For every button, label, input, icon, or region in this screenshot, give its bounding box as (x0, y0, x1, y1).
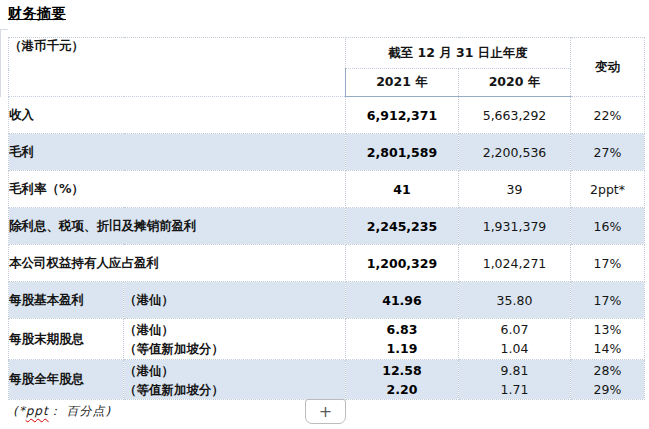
value-line: 1.04 (459, 339, 570, 358)
table-row-gross-margin: 毛利率（%） 41 39 2ppt* (9, 171, 645, 208)
value-2021: 2,801,589 (346, 134, 459, 171)
value-change: 2ppt* (571, 171, 645, 208)
row-label: 毛利率（%） (9, 171, 346, 208)
add-row-button[interactable]: + (305, 399, 346, 424)
value-2021: 6.83 1.19 (346, 319, 459, 360)
value-change: 17% (571, 282, 645, 319)
table-row-gross-profit: 毛利 2,801,589 2,200,536 27% (9, 134, 645, 171)
table-row-ebitda: 除利息、税项、折旧及摊销前盈利 2,245,235 1,931,379 16% (9, 208, 645, 245)
row-label: 除利息、税项、折旧及摊销前盈利 (9, 208, 346, 245)
document-page: 财务摘要 （港币千元） 截至 12 月 31 日止年度 变动 2021 年 20… (0, 0, 649, 429)
value-line: 2.20 (346, 380, 458, 399)
footnote-suffix: ： 百分点) (49, 404, 112, 418)
footnote-prefix: (* (13, 404, 26, 418)
table-row-revenue: 收入 6,912,371 5,663,292 22% (9, 97, 645, 134)
value-2021: 2,245,235 (346, 208, 459, 245)
footnote: (*ppt： 百分点) (13, 403, 111, 420)
value-2021: 6,912,371 (346, 97, 459, 134)
table-row-profit-attributable: 本公司权益持有人应占盈利 1,200,329 1,024,271 17% (9, 245, 645, 282)
value-line: 1.19 (346, 339, 458, 358)
row-unit-label: （港仙） (124, 282, 346, 319)
value-line: 28% (571, 361, 644, 380)
value-change: 22% (571, 97, 645, 134)
row-label: 每股基本盈利 (9, 282, 124, 319)
value-2020: 35.80 (459, 282, 571, 319)
row-unit-label: （港仙） （等值新加坡分） (124, 319, 346, 360)
value-2021: 12.58 2.20 (346, 360, 459, 400)
unit-header-cell: （港币千元） (9, 38, 346, 97)
unit-line-hk-cents: （港仙） (124, 320, 345, 339)
plus-icon: + (319, 404, 332, 420)
footnote-ppt-term: ppt (26, 404, 49, 418)
row-unit-label: （港仙） （等值新加坡分） (124, 360, 346, 400)
row-label: 每股末期股息 (9, 319, 124, 360)
page-title: 财务摘要 (8, 5, 66, 23)
row-label: 每股全年股息 (9, 360, 124, 400)
table-row-basic-eps: 每股基本盈利 （港仙） 41.96 35.80 17% (9, 282, 645, 319)
value-line: 13% (571, 320, 644, 339)
value-change: 28% 29% (571, 360, 645, 400)
value-line: 9.81 (459, 361, 570, 380)
row-label: 收入 (9, 97, 346, 134)
col-header-2021: 2021 年 (346, 69, 459, 97)
left-gridline-artifact (0, 29, 8, 97)
unit-line-hk-cents: （港仙） (124, 361, 345, 380)
value-line: 14% (571, 339, 644, 358)
value-2021: 41.96 (346, 282, 459, 319)
value-2021: 41 (346, 171, 459, 208)
value-2020: 2,200,536 (459, 134, 571, 171)
unit-line-sg-cents: （等值新加坡分） (124, 339, 345, 358)
financial-summary-table: （港币千元） 截至 12 月 31 日止年度 变动 2021 年 2020 年 … (8, 37, 645, 400)
header-row-period: （港币千元） 截至 12 月 31 日止年度 变动 (9, 38, 645, 69)
table-row-full-year-dividend: 每股全年股息 （港仙） （等值新加坡分） 12.58 2.20 9.81 1.7… (9, 360, 645, 400)
value-line: 12.58 (346, 361, 458, 380)
value-2021: 1,200,329 (346, 245, 459, 282)
value-line: 1.71 (459, 380, 570, 399)
value-2020: 39 (459, 171, 571, 208)
value-2020: 1,931,379 (459, 208, 571, 245)
value-2020: 9.81 1.71 (459, 360, 571, 400)
value-line: 29% (571, 380, 644, 399)
row-label: 本公司权益持有人应占盈利 (9, 245, 346, 282)
value-line: 6.07 (459, 320, 570, 339)
period-header-cell: 截至 12 月 31 日止年度 (346, 38, 571, 69)
table-row-final-dividend: 每股末期股息 （港仙） （等值新加坡分） 6.83 1.19 6.07 1.04… (9, 319, 645, 360)
value-2020: 6.07 1.04 (459, 319, 571, 360)
value-change: 13% 14% (571, 319, 645, 360)
value-2020: 1,024,271 (459, 245, 571, 282)
unit-line-sg-cents: （等值新加坡分） (124, 380, 345, 399)
change-header-cell: 变动 (571, 38, 645, 97)
value-change: 17% (571, 245, 645, 282)
row-label: 毛利 (9, 134, 346, 171)
value-line: 6.83 (346, 320, 458, 339)
value-2020: 5,663,292 (459, 97, 571, 134)
value-change: 27% (571, 134, 645, 171)
col-header-2020: 2020 年 (459, 69, 571, 97)
value-change: 16% (571, 208, 645, 245)
